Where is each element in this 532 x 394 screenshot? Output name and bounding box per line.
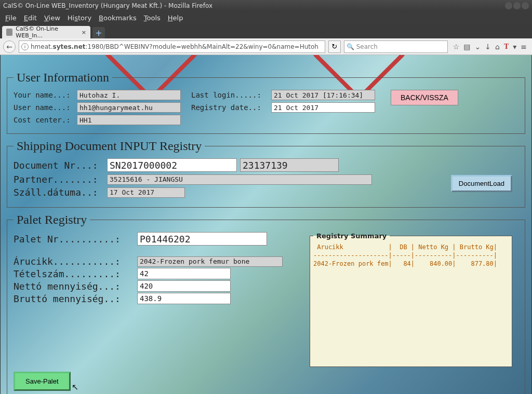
toolbar-icons: ☆ ▤ ⌄ ↓ ⌂ T ▾ ≡	[451, 43, 529, 51]
tetelszam-label: Tételszám.........:	[14, 268, 137, 279]
new-tab-button[interactable]: +	[92, 27, 105, 38]
page-viewport: User Informationn Your name...: Hutohaz …	[0, 55, 532, 394]
window-titlebar: CaIS© On-Line WEB_Inventory (Hungary Mea…	[0, 0, 532, 11]
menu-view[interactable]: View	[44, 14, 60, 22]
palet-nr-label: Palet Nr..........:	[14, 234, 137, 244]
ship-date-label: Száll.dátuma..:	[14, 187, 107, 198]
menu-tools[interactable]: Tools	[144, 14, 161, 22]
doc-nr-input[interactable]: SN2017000002	[107, 158, 237, 172]
summary-legend: Registry Summary	[313, 232, 390, 240]
user-info-fieldset: User Informationn Your name...: Hutohaz …	[7, 71, 525, 134]
last-login-label: Last login.....:	[191, 91, 269, 99]
palet-legend: Palet Registry	[14, 213, 90, 227]
menubar: File Edit View History Bookmarks Tools H…	[0, 11, 532, 24]
nav-back-button[interactable]: ←	[3, 40, 16, 53]
document-load-button[interactable]: DocumentLoad	[451, 175, 512, 192]
tetelszam-input[interactable]: 42	[137, 268, 231, 279]
doc-nr-label: Document Nr...:	[14, 160, 107, 171]
dropdown-icon[interactable]: ▾	[513, 43, 516, 51]
cost-center-field: HH1	[77, 115, 181, 125]
url-input[interactable]: i hmeat.sytes.net:1980/BBD^WEBINV?module…	[19, 40, 325, 53]
partner-field: 35215616 - JIANGSU	[107, 174, 372, 185]
summary-header: Arucikk | DB | Netto Kg | Brutto Kg|	[313, 243, 509, 251]
user-name-label: User name...:	[14, 103, 75, 112]
menu-file[interactable]: File	[5, 14, 17, 22]
t-icon[interactable]: T	[504, 43, 509, 51]
tab-title: CaIS© On-Line WEB_In...	[16, 25, 78, 39]
search-icon: 🔍	[347, 43, 354, 50]
window-title: CaIS© On-Line WEB_Inventory (Hungary Mea…	[3, 2, 212, 9]
bookmark-star-icon[interactable]: ☆	[453, 43, 460, 51]
your-name-field: Hutohaz I.	[77, 90, 181, 100]
tab-favicon-icon	[6, 29, 12, 36]
user-name-field: hh1@hungarymeat.hu	[77, 102, 181, 113]
minimize-icon[interactable]	[505, 2, 512, 9]
menu-bookmarks[interactable]: Bookmarks	[99, 14, 137, 22]
arucikk-field: 2042-Frozen pork femur bone	[137, 256, 283, 267]
partner-label: Partner.......:	[14, 174, 107, 185]
menu-help[interactable]: Help	[168, 14, 183, 22]
downloads-icon[interactable]: ↓	[485, 43, 491, 51]
browser-tab[interactable]: CaIS© On-Line WEB_In... ×	[2, 26, 90, 38]
menu-history[interactable]: History	[68, 14, 91, 22]
summary-row: 2042-Frozen pork fem| 84| 840.00| 877.80…	[313, 260, 509, 268]
site-info-icon[interactable]: i	[21, 43, 29, 50]
reg-date-field[interactable]: 21 Oct 2017	[271, 102, 375, 113]
shipping-legend: Shipping Document INPUT Registry	[14, 139, 205, 153]
home-icon[interactable]: ⌂	[495, 43, 500, 51]
reload-button[interactable]: ↻	[328, 40, 341, 53]
close-icon[interactable]	[522, 2, 529, 9]
library-icon[interactable]: ▤	[463, 43, 470, 51]
last-login-field: 21 Oct 2017 [17:16:34]	[271, 90, 375, 100]
palet-fieldset: Palet Registry Palet Nr..........: P0144…	[7, 213, 525, 394]
brutto-label: Bruttó mennyiség..:	[14, 293, 137, 304]
palet-nr-input[interactable]: P01446202	[137, 232, 267, 246]
search-placeholder: Search	[356, 43, 378, 50]
netto-input[interactable]: 420	[137, 280, 231, 292]
back-button[interactable]: BACK/VISSZA	[391, 90, 458, 105]
arucikk-label: Árucikk...........:	[14, 256, 137, 267]
brutto-input[interactable]: 438.9	[137, 293, 231, 304]
mouse-cursor-icon: ↖	[72, 382, 78, 392]
url-text: hmeat.sytes.net:1980/BBD^WEBINV?module=w…	[31, 43, 318, 50]
pocket-icon[interactable]: ⌄	[475, 43, 481, 51]
window-buttons	[505, 2, 529, 9]
doc-nr2-field: 23137139	[240, 158, 339, 172]
save-palet-button[interactable]: Save-Palet	[14, 372, 71, 391]
reg-date-label: Registry date..:	[191, 103, 269, 112]
maximize-icon[interactable]	[513, 2, 521, 9]
summary-sep: --------------------|-----|----------|--…	[313, 251, 509, 260]
summary-fieldset: Registry Summary Arucikk | DB | Netto Kg…	[310, 232, 512, 367]
menu-edit[interactable]: Edit	[24, 14, 37, 22]
ship-date-field: 17 Oct 2017	[107, 187, 185, 198]
cost-center-label: Cost center.:	[14, 116, 75, 124]
tab-strip: CaIS© On-Line WEB_In... × +	[0, 24, 532, 38]
shipping-fieldset: Shipping Document INPUT Registry Documen…	[7, 139, 525, 208]
menu-icon[interactable]: ≡	[521, 43, 527, 51]
netto-label: Nettó mennyiség...:	[14, 281, 137, 292]
user-info-legend: User Informationn	[14, 71, 112, 85]
search-input[interactable]: 🔍 Search	[344, 40, 448, 53]
your-name-label: Your name...:	[14, 91, 75, 99]
nav-toolbar: ← i hmeat.sytes.net:1980/BBD^WEBINV?modu…	[0, 38, 532, 55]
tab-close-icon[interactable]: ×	[82, 29, 86, 36]
